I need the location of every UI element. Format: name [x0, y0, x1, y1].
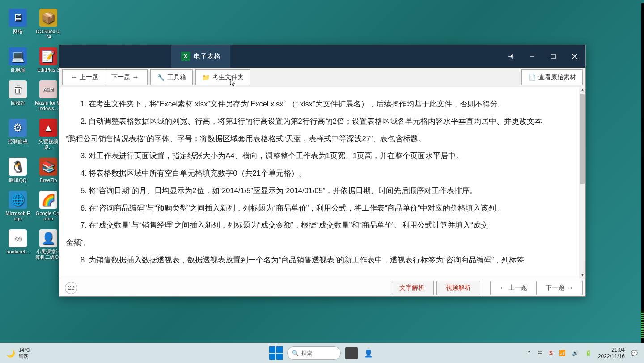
icon-graphic: ⚙ [9, 119, 27, 137]
prev-question-button[interactable]: ← 上一题 [62, 69, 105, 85]
icon-label: 控制面板 [8, 139, 28, 144]
scroll-down-icon[interactable]: ▾ [579, 272, 585, 279]
exam-app-window: X 电子表格 ← [59, 45, 586, 297]
video-analysis-label: 视频解析 [446, 284, 471, 292]
start-button[interactable] [269, 346, 283, 360]
icon-graphic: 🐧 [9, 158, 27, 176]
folder-label: 考生文件夹 [212, 73, 244, 81]
svg-rect-0 [551, 54, 555, 59]
icon-label: 回收站 [11, 100, 25, 106]
video-analysis-button[interactable]: 视频解析 [436, 281, 480, 295]
icon-label: 腾讯QQ [9, 177, 26, 183]
next-question-button[interactable]: 下一题 → [105, 69, 148, 85]
taskbar-search[interactable]: 🔍 搜索 [287, 346, 341, 360]
icon-graphic: 📦 [39, 9, 57, 27]
desktop-icon[interactable]: 👤小黑课堂计算机二级Offi... [35, 229, 62, 261]
toolbox-button[interactable]: 🔧 工具箱 [150, 69, 193, 85]
icon-label: Microsoft Edge [4, 211, 31, 221]
tray-time: 21:04 [598, 347, 625, 353]
desktop-icon[interactable]: 💻此电脑 [4, 47, 31, 72]
desktop-icon[interactable]: 🌈Google Chrome [35, 191, 62, 221]
icon-graphic: ▲ [39, 119, 57, 137]
document-icon: 📄 [528, 74, 536, 81]
search-icon: 🔍 [292, 350, 299, 356]
app-footer: 22 文字解析 视频解析 ← 上一题 下一题 → [59, 279, 585, 296]
tray-battery-icon[interactable]: 🔋 [585, 350, 592, 356]
close-button[interactable] [564, 45, 585, 68]
desktop-icon[interactable]: ∞baidunet... [4, 229, 31, 261]
icon-graphic: 🖥 [9, 9, 27, 27]
instruction-item: 5. 将“咨询日期”的月、日均显示为2位，如“2014/1/5”应显示为“201… [66, 182, 566, 199]
desktop-icon[interactable]: 🗑回收站 [4, 80, 31, 111]
prev-label: 上一题 [80, 73, 98, 81]
desktop-icon[interactable]: 📦DOSBox 0.74 [35, 9, 62, 39]
footer-next-label: 下一题 [546, 284, 564, 292]
search-placeholder: 搜索 [301, 350, 312, 357]
app-toolbar: ← 上一题 下一题 → 🔧 工具箱 📁 考生文件夹 📄 [59, 68, 585, 87]
arrow-left-icon: ← [71, 73, 78, 81]
icon-label: 此电脑 [11, 67, 25, 72]
minimize-button[interactable] [521, 45, 542, 68]
footer-prev-button[interactable]: ← 上一题 [490, 281, 536, 295]
tray-notifications-icon[interactable]: 💬 [631, 350, 638, 356]
weather-widget[interactable]: 🌙 14°C 晴朗 [0, 347, 30, 359]
scroll-up-icon[interactable]: ▴ [579, 87, 585, 93]
icon-graphic: 🗑 [9, 80, 27, 98]
instruction-scroll-area[interactable]: 1. 在考生文件夹下，将“Excel素材.xlsx”文件另存为“Excel.xl… [59, 87, 579, 279]
taskbar-app-1[interactable] [345, 347, 358, 359]
tab-spreadsheet[interactable]: X 电子表格 [171, 45, 230, 68]
icon-label: BreeZip [40, 177, 57, 183]
icon-label: DOSBox 0.74 [35, 29, 62, 39]
desktop-icon[interactable]: 📚BreeZip [35, 158, 62, 183]
icon-graphic: 👤 [39, 229, 57, 247]
desktop-icon[interactable]: 🐧腾讯QQ [4, 158, 31, 183]
instruction-text: 1. 在考生文件夹下，将“Excel素材.xlsx”文件另存为“Excel.xl… [66, 95, 566, 269]
system-tray[interactable]: ⌃ 中 S 📶 🔊 🔋 21:04 2022/11/16 💬 [527, 347, 644, 360]
instruction-item: 1. 在考生文件夹下，将“Excel素材.xlsx”文件另存为“Excel.xl… [66, 95, 566, 113]
desktop-icon[interactable]: 📝EditPlus 3 [35, 47, 62, 72]
next-label: 下一题 [111, 73, 130, 81]
instruction-item-cont: 金额”。 [66, 234, 566, 251]
scroll-thumb[interactable] [580, 94, 585, 184]
tray-wifi-icon[interactable]: 📶 [559, 350, 566, 356]
desktop-icon[interactable]: 🌐Microsoft Edge [4, 191, 31, 221]
maximize-button[interactable] [542, 45, 564, 68]
view-original-label: 查看原始素材 [538, 73, 576, 81]
question-number-badge: 22 [65, 282, 77, 294]
tray-sogou-icon[interactable]: S [549, 350, 553, 356]
desktop-icon[interactable]: ▲火萤视频桌... [35, 119, 62, 149]
monitor-indicator [641, 312, 644, 338]
icon-label: EditPlus 3 [37, 67, 59, 72]
desktop-icon[interactable]: ⚙控制面板 [4, 119, 31, 149]
icon-label: 网络 [13, 29, 23, 34]
exam-folder-button[interactable]: 📁 考生文件夹 [195, 69, 250, 85]
taskbar-app-2[interactable]: 👤 [362, 347, 375, 359]
desktop-background: 🖥网络📦DOSBox 0.74💻此电脑📝EditPlus 3🗑回收站ASMMas… [0, 0, 644, 343]
footer-next-button[interactable]: 下一题 → [536, 281, 583, 295]
vertical-scrollbar[interactable]: ▴ ▾ [579, 87, 585, 279]
window-controls [500, 45, 585, 68]
taskbar[interactable]: 🌙 14°C 晴朗 🔍 搜索 👤 ⌃ 中 S 📶 🔊 🔋 21:04 2022/… [0, 343, 644, 363]
icon-graphic: 💻 [9, 47, 27, 65]
app-titlebar[interactable]: X 电子表格 [59, 45, 585, 68]
desktop-icon-grid: 🖥网络📦DOSBox 0.74💻此电脑📝EditPlus 3🗑回收站ASMMas… [4, 9, 62, 261]
moon-icon: 🌙 [6, 349, 15, 358]
view-original-button[interactable]: 📄 查看原始素材 [521, 69, 583, 85]
tray-clock[interactable]: 21:04 2022/11/16 [598, 347, 625, 360]
toolbox-label: 工具箱 [167, 73, 186, 81]
instruction-item: 4. 将表格数据区域中所有空白单元格填充数字0（共21个单元格）。 [66, 165, 566, 182]
pin-button[interactable] [500, 45, 521, 68]
desktop-icon[interactable]: ASMMasm for Windows .. [35, 80, 62, 111]
tray-chevron-icon[interactable]: ⌃ [527, 350, 531, 356]
instruction-item: 7. 在“成交数量”与“销售经理”之间插入新列，列标题为“成交金额”，根据“成交… [66, 216, 566, 234]
text-analysis-button[interactable]: 文字解析 [390, 281, 434, 295]
folder-icon: 📁 [202, 74, 210, 81]
icon-label: 火萤视频桌... [35, 139, 62, 149]
tray-volume-icon[interactable]: 🔊 [572, 350, 579, 356]
desktop-icon[interactable]: 🖥网络 [4, 9, 31, 39]
icon-graphic: ∞ [9, 229, 27, 247]
tray-ime-icon[interactable]: 中 [538, 350, 543, 357]
icon-label: 小黑课堂计算机二级Offi... [35, 249, 62, 261]
icon-graphic: ASM [39, 80, 57, 98]
tray-date: 2022/11/16 [598, 353, 625, 359]
